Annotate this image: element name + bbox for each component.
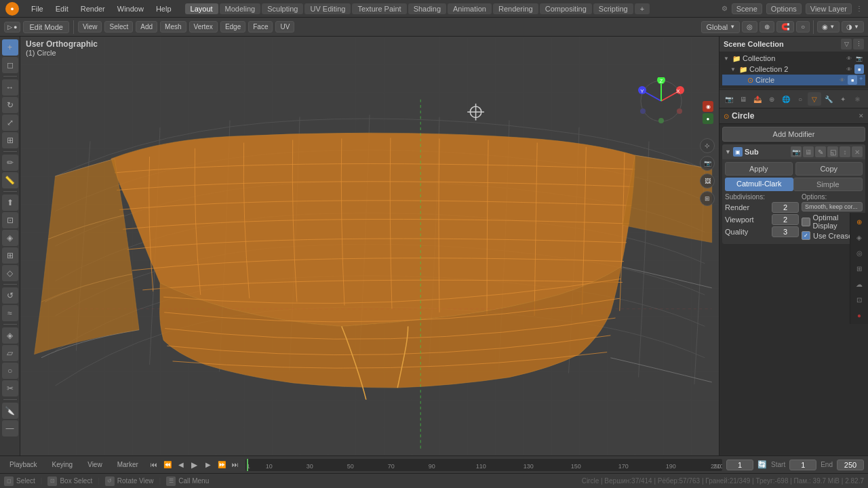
pi-icon-1[interactable]: ⊕: [852, 214, 867, 229]
optimal-display-check[interactable]: [802, 218, 810, 226]
grid-overlay-btn[interactable]: ⊞: [700, 191, 715, 206]
pi-icon-4[interactable]: ⊞: [852, 261, 867, 276]
menu-help[interactable]: Help: [151, 3, 177, 14]
modifier-camera-icon[interactable]: 📷: [791, 146, 802, 157]
options-btn[interactable]: Options: [766, 3, 802, 14]
pi-icon-3[interactable]: ◎: [852, 245, 867, 260]
modifier-move-icon[interactable]: ↕: [840, 146, 850, 157]
inset-tool[interactable]: ⊡: [2, 212, 18, 228]
tab-scripting[interactable]: Scripting: [593, 3, 633, 14]
modifier-cage-icon[interactable]: ◱: [827, 146, 838, 157]
tree-item-collection[interactable]: ▼ 📁 Collection 👁 📷: [722, 53, 865, 64]
rip-tool[interactable]: ✂: [2, 380, 18, 396]
props-icon-object[interactable]: ▽: [808, 92, 821, 106]
props-icon-physics[interactable]: ⚛: [850, 92, 864, 106]
display-icon-1[interactable]: ◉: [703, 101, 713, 112]
select-menu[interactable]: Select: [104, 21, 133, 33]
modifier-render-icon[interactable]: 🖥: [803, 146, 814, 157]
viewport-shading[interactable]: ◎: [742, 21, 757, 33]
tree-item-collection2[interactable]: ▼ 📁 Collection 2 👁 ■: [722, 64, 865, 75]
timeline-playback-menu[interactable]: Playback: [4, 460, 43, 470]
mode-icons[interactable]: ▷ ●: [4, 22, 20, 33]
navigation-gizmo[interactable]: X Y Z: [637, 77, 685, 125]
scene-collection-options[interactable]: ⋮: [853, 39, 864, 49]
render-btn[interactable]: 🖼: [700, 174, 715, 188]
vertex-menu[interactable]: Vertex: [189, 21, 218, 33]
props-icon-modifier[interactable]: 🔧: [822, 92, 835, 106]
tab-uv-editing[interactable]: UV Editing: [304, 3, 351, 14]
snapping[interactable]: 🧲: [776, 21, 794, 33]
props-icon-render[interactable]: 🖥: [736, 92, 750, 106]
timeline-marker-menu[interactable]: Marker: [112, 460, 144, 470]
tab-layout[interactable]: Layout: [185, 3, 218, 14]
tree-vis-eye3[interactable]: 👁: [837, 75, 847, 85]
viewport-shading-btn[interactable]: ◑ ▼: [842, 21, 864, 33]
camera-view-btn[interactable]: 📷: [700, 156, 715, 171]
render-value[interactable]: 2: [772, 202, 799, 213]
timeline-view-menu[interactable]: View: [82, 460, 108, 470]
tree-vis-eye[interactable]: 👁: [844, 54, 854, 63]
transform-pivot[interactable]: ⊕: [760, 21, 774, 33]
props-icon-scene[interactable]: 📷: [722, 92, 736, 106]
shear-tool[interactable]: ▱: [2, 345, 18, 361]
tree-vis-render[interactable]: 📷: [854, 54, 864, 63]
simple-btn[interactable]: Simple: [793, 178, 863, 191]
shrink-tool[interactable]: ◈: [2, 327, 18, 344]
viewport-overlay-btn[interactable]: ◉ ▼: [817, 21, 840, 33]
modifier-edit-icon[interactable]: ✎: [815, 146, 826, 157]
viewport[interactable]: User Orthographic (1) Circle X Y Z: [20, 37, 719, 455]
object-header-close[interactable]: ✕: [859, 113, 864, 119]
loop-cut-tool[interactable]: ⊞: [2, 247, 18, 264]
smooth-tool[interactable]: ≈: [2, 305, 18, 321]
to-sphere-tool[interactable]: ○: [2, 363, 18, 379]
menu-file[interactable]: File: [26, 3, 49, 14]
menu-edit[interactable]: Edit: [50, 3, 74, 14]
prev-keyframe-btn[interactable]: ⏪: [161, 459, 174, 471]
add-modifier-button[interactable]: Add Modifier: [722, 127, 865, 142]
scale-tool[interactable]: ⤢: [2, 115, 18, 131]
play-pause-btn[interactable]: ▶: [189, 459, 201, 471]
menu-window[interactable]: Window: [112, 3, 149, 14]
view-menu[interactable]: View: [78, 21, 102, 33]
props-icon-view[interactable]: ⊕: [765, 92, 778, 106]
mesh-menu[interactable]: Mesh: [160, 21, 186, 33]
bevel-tool[interactable]: ◈: [2, 230, 18, 246]
next-keyframe-btn[interactable]: ⏩: [216, 459, 228, 471]
face-menu[interactable]: Face: [248, 21, 273, 33]
edge-menu[interactable]: Edge: [220, 21, 245, 33]
bisect-tool[interactable]: —: [2, 420, 18, 436]
move-tool[interactable]: ↔: [2, 79, 18, 96]
pi-icon-5[interactable]: ☁: [852, 277, 867, 291]
poly-build-tool[interactable]: ◇: [2, 265, 18, 281]
transform-tool[interactable]: ⊞: [2, 132, 18, 148]
uv-menu[interactable]: UV: [275, 21, 294, 33]
spin-tool[interactable]: ↺: [2, 287, 18, 304]
quality-value[interactable]: 3: [772, 226, 799, 237]
tab-compositing[interactable]: Compositing: [540, 3, 592, 14]
scene-collection-filter[interactable]: ▽: [841, 39, 852, 49]
cursor-tool[interactable]: +: [2, 39, 18, 56]
loop-icon[interactable]: 🔄: [757, 460, 767, 469]
tab-add[interactable]: +: [635, 3, 650, 14]
tree-color-indicator[interactable]: ■: [854, 64, 864, 74]
timeline-ruler[interactable]: 1 10 30 50 70 90 110 130 150 170 190 210…: [245, 459, 722, 471]
menu-render[interactable]: Render: [75, 3, 111, 14]
knife-tool[interactable]: 🔪: [2, 403, 18, 419]
view-layer-selector[interactable]: View Layer: [806, 3, 852, 14]
global-dropdown[interactable]: Global ▼: [701, 21, 740, 33]
pi-icon-2[interactable]: ◈: [852, 230, 867, 245]
edit-mode-selector[interactable]: Edit Mode: [23, 21, 69, 33]
tab-rendering[interactable]: Rendering: [493, 3, 538, 14]
timeline-keying-menu[interactable]: Keying: [47, 460, 79, 470]
step-forward-btn[interactable]: ▶: [202, 459, 214, 471]
blender-logo[interactable]: ●: [5, 2, 19, 16]
copy-button[interactable]: Copy: [795, 162, 863, 176]
annotate-tool[interactable]: ✏: [2, 155, 18, 171]
step-back-btn[interactable]: ◀: [175, 459, 187, 471]
add-menu[interactable]: Add: [136, 21, 157, 33]
tab-shading[interactable]: Shading: [408, 3, 446, 14]
rotate-tool[interactable]: ↻: [2, 97, 18, 113]
start-frame-input[interactable]: 1: [789, 460, 816, 470]
measure-tool[interactable]: 📏: [2, 172, 18, 188]
pi-icon-7[interactable]: ●: [852, 308, 867, 323]
